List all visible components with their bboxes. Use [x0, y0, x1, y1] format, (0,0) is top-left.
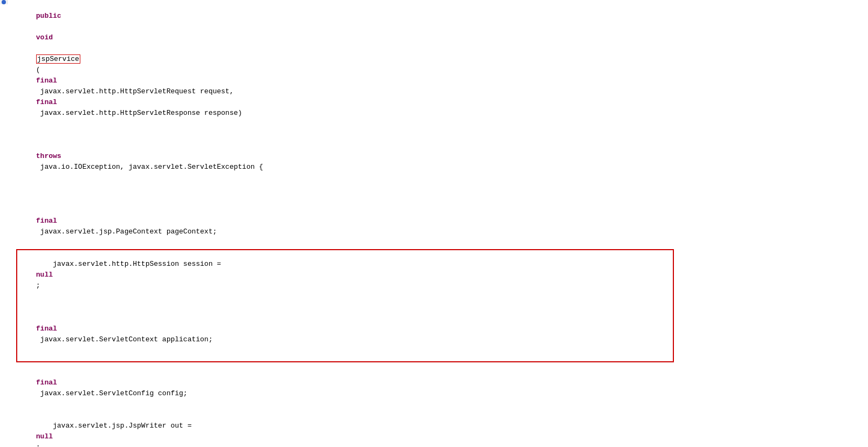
line-content-3	[8, 183, 868, 194]
line-content-5: javax.servlet.http.HttpSession session =…	[8, 248, 868, 302]
code-line-1: public void jspService ( final javax.ser…	[0, 0, 868, 129]
code-line-6: final javax.servlet.ServletContext appli…	[0, 302, 868, 356]
code-line-3	[0, 183, 868, 194]
code-line-5: javax.servlet.http.HttpSession session =…	[0, 248, 868, 302]
code-line-2: throws java.io.IOException, javax.servle…	[0, 129, 868, 183]
keyword-public: public	[36, 12, 61, 20]
code-container: public void jspService ( final javax.ser…	[0, 0, 868, 447]
method-name-highlight: jspService	[36, 54, 80, 64]
gutter-1	[0, 0, 8, 4]
line-content-6: final javax.servlet.ServletContext appli…	[8, 302, 868, 356]
line-content-1: public void jspService ( final javax.ser…	[8, 0, 868, 129]
line-content-8: javax.servlet.jsp.JspWriter out = null ;	[8, 410, 868, 447]
gutter-marker-1	[2, 0, 6, 4]
code-line-8: javax.servlet.jsp.JspWriter out = null ;	[0, 410, 868, 447]
code-line-4: final javax.servlet.jsp.PageContext page…	[0, 194, 868, 248]
line-content-2: throws java.io.IOException, javax.servle…	[8, 129, 868, 183]
code-line-7: final javax.servlet.ServletConfig config…	[0, 356, 868, 410]
line-content-7: final javax.servlet.ServletConfig config…	[8, 356, 868, 410]
line-content-4: final javax.servlet.jsp.PageContext page…	[8, 194, 868, 248]
keyword-void: void	[36, 33, 53, 42]
